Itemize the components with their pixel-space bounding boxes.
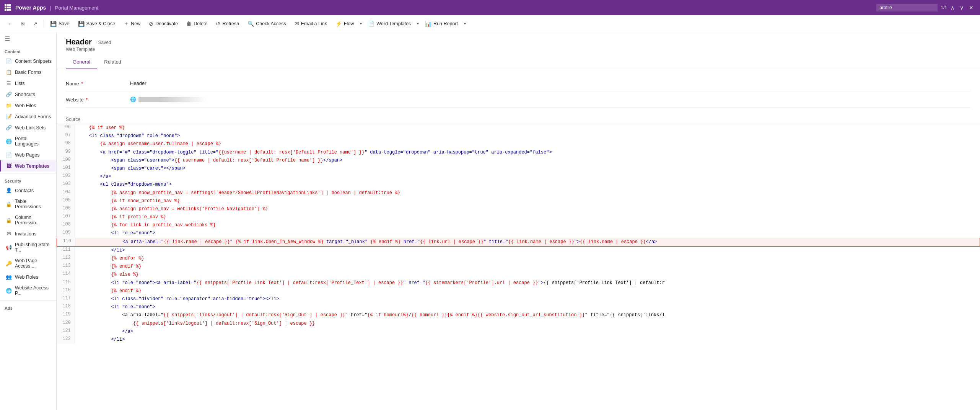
deactivate-button[interactable]: ⊘ Deactivate <box>145 19 182 29</box>
sidebar-label-contacts: Contacts <box>15 188 34 193</box>
sidebar-item-portal-languages[interactable]: 🌐 Portal Languages <box>0 133 56 149</box>
line-code: <a aria-label="{{ snippets['links/logout… <box>75 311 980 319</box>
line-code: <li role="none"><a aria-label="{{ snippe… <box>75 279 980 287</box>
publishing-state-icon: 📢 <box>6 245 12 250</box>
web-templates-icon: 🖼 <box>6 163 12 169</box>
check-access-button[interactable]: 🔍 Check Access <box>244 19 290 29</box>
tab-general[interactable]: General <box>66 56 97 69</box>
flow-button[interactable]: ⚡ Flow <box>332 19 358 29</box>
open-button[interactable]: ↗ <box>29 19 41 29</box>
line-code: <span class="username">{{ username | def… <box>75 157 980 165</box>
line-code: </li> <box>75 247 980 255</box>
line-code: {% endfor %} <box>75 255 980 263</box>
line-number: 97 <box>57 132 75 140</box>
line-code: <a href="#" class="dropdown-toggle" titl… <box>75 149 980 157</box>
main-layout: ☰ Content 📄 Content Snippets 📋 Basic For… <box>0 32 980 410</box>
sidebar-item-web-templates[interactable]: 🖼 Web Templates <box>0 160 56 172</box>
deactivate-icon: ⊘ <box>149 21 153 27</box>
sidebar-toggle[interactable]: ☰ <box>0 32 56 46</box>
line-code: {% else %} <box>75 271 980 279</box>
line-code: {% assign profile_nav = weblinks['Profil… <box>75 205 980 213</box>
copy-button[interactable]: ⎘ <box>18 19 28 29</box>
code-line-110: 110 <a aria-label="{{ link.name | escape… <box>57 238 980 247</box>
word-templates-dropdown-button[interactable]: ▾ <box>415 20 420 28</box>
record-title-row: Header · Saved <box>66 38 971 46</box>
sidebar-label-web-roles: Web Roles <box>15 274 38 280</box>
sidebar-item-contacts[interactable]: 👤 Contacts <box>0 185 56 196</box>
security-section-label: Security <box>0 175 56 185</box>
portal-languages-icon: 🌐 <box>6 139 12 144</box>
website-field-row: Website * 🌐 <box>66 91 971 108</box>
close-search-button[interactable]: ✕ <box>967 4 975 11</box>
source-label: Source <box>57 114 980 124</box>
search-input[interactable] <box>876 4 938 11</box>
sidebar-item-basic-forms[interactable]: 📋 Basic Forms <box>0 67 56 78</box>
line-number: 106 <box>57 205 75 213</box>
line-code: {% if user %} <box>75 124 980 132</box>
sidebar-item-publishing-state[interactable]: 📢 Publishing State T... <box>0 239 56 255</box>
nav-up-button[interactable]: ∧ <box>949 4 956 11</box>
line-number: 96 <box>57 124 75 132</box>
sidebar-item-lists[interactable]: ☰ Lists <box>0 78 56 89</box>
web-page-access-icon: 🔑 <box>6 261 12 266</box>
sidebar-item-invitations[interactable]: ✉ Invitations <box>0 228 56 239</box>
name-value[interactable]: Header <box>127 78 971 88</box>
flow-dropdown-button[interactable]: ▾ <box>358 20 363 28</box>
content-area: Header · Saved Web Template General Rela… <box>57 32 980 410</box>
run-report-dropdown-button[interactable]: ▾ <box>462 20 467 28</box>
sidebar-item-content-snippets[interactable]: 📄 Content Snippets <box>0 56 56 67</box>
run-report-button[interactable]: 📊 Run Report <box>421 19 462 29</box>
sidebar-item-web-files[interactable]: 📁 Web Files <box>0 100 56 111</box>
toolbar: ← ⎘ ↗ 💾 Save 💾 Save & Close ＋ New ⊘ Deac… <box>0 15 980 32</box>
sidebar-item-column-permissions[interactable]: 🔒 Column Permissio... <box>0 212 56 228</box>
open-icon: ↗ <box>33 21 37 27</box>
sidebar-item-advanced-forms[interactable]: 📝 Advanced Forms <box>0 111 56 122</box>
sidebar-item-web-pages[interactable]: 📄 Web Pages <box>0 149 56 160</box>
line-number: 105 <box>57 197 75 205</box>
email-link-button[interactable]: ✉ Email a Link <box>291 19 331 29</box>
sidebar-item-table-permissions[interactable]: 🔒 Table Permissions <box>0 196 56 212</box>
sidebar-item-website-access[interactable]: 🌐 Website Access P... <box>0 283 56 299</box>
sidebar-item-web-roles[interactable]: 👥 Web Roles <box>0 271 56 283</box>
sidebar-item-web-link-sets[interactable]: 🔗 Web Link Sets <box>0 122 56 133</box>
new-button[interactable]: ＋ New <box>120 18 144 29</box>
record-subtitle: Web Template <box>66 47 971 52</box>
page-indicator: 1/1 <box>941 5 947 10</box>
code-editor[interactable]: 96 {% if user %}97 <li class="dropdown" … <box>57 124 980 344</box>
sidebar-sep-2 <box>0 300 56 301</box>
flow-icon: ⚡ <box>335 21 342 27</box>
sidebar-item-shortcuts[interactable]: 🔗 Shortcuts <box>0 89 56 100</box>
code-line-115: 115 <li role="none"><a aria-label="{{ sn… <box>57 279 980 287</box>
refresh-button[interactable]: ↺ Refresh <box>212 19 243 29</box>
word-templates-icon: 📄 <box>368 21 374 27</box>
line-number: 121 <box>57 328 75 336</box>
form-section: Name * Header Website * 🌐 <box>57 69 980 114</box>
save-button[interactable]: 💾 Save <box>46 19 73 29</box>
check-access-icon: 🔍 <box>247 21 254 27</box>
code-line-96: 96 {% if user %} <box>57 124 980 132</box>
delete-button[interactable]: 🗑 Delete <box>182 19 211 29</box>
line-code: {% for link in profile_nav.weblinks %} <box>75 221 980 229</box>
code-line-119: 119 <a aria-label="{{ snippets['links/lo… <box>57 311 980 319</box>
back-icon: ← <box>8 21 13 27</box>
line-number: 109 <box>57 229 75 237</box>
save-close-button[interactable]: 💾 Save & Close <box>74 19 119 29</box>
line-code: </a> <box>75 173 980 181</box>
website-value[interactable]: 🌐 <box>127 95 971 104</box>
word-templates-button[interactable]: 📄 Word Templates <box>364 19 415 29</box>
run-report-icon: 📊 <box>425 21 431 27</box>
nav-down-button[interactable]: ∨ <box>958 4 965 11</box>
code-line-106: 106 {% assign profile_nav = weblinks['Pr… <box>57 205 980 213</box>
back-button[interactable]: ← <box>4 19 17 29</box>
portal-name: Portal Management <box>55 5 98 11</box>
column-permissions-icon: 🔒 <box>6 217 12 223</box>
app-grid-icon[interactable] <box>5 4 11 11</box>
line-code: <li role="none"> <box>75 303 980 311</box>
line-number: 108 <box>57 221 75 229</box>
sidebar-item-web-page-access[interactable]: 🔑 Web Page Access ... <box>0 255 56 271</box>
tab-related[interactable]: Related <box>97 56 128 69</box>
sidebar-label-portal-languages: Portal Languages <box>15 136 52 147</box>
content-section-label: Content <box>0 46 56 56</box>
toolbar-separator-1 <box>44 20 44 28</box>
code-line-114: 114 {% else %} <box>57 271 980 279</box>
